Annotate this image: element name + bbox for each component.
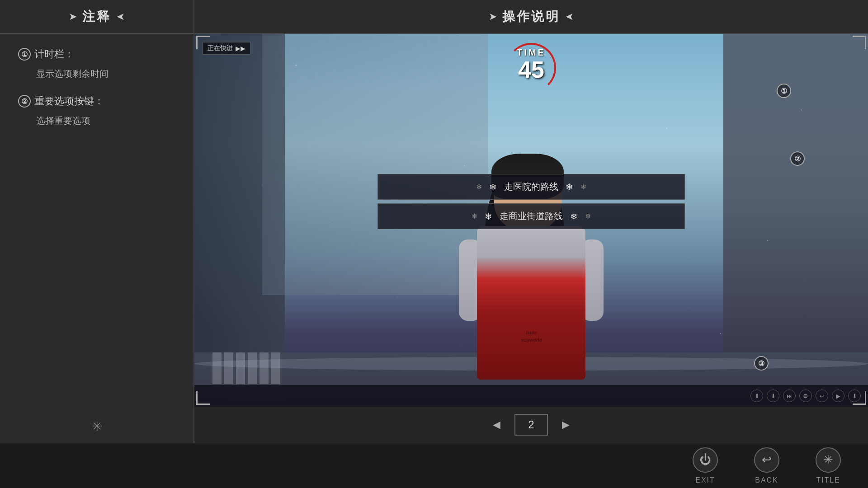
right-panel-title: 操作说明 xyxy=(502,8,560,25)
snowflake-deco-left: ✳ xyxy=(0,410,193,443)
note-item-1: ① 计时栏： 显示选项剩余时间 xyxy=(18,47,175,81)
char-shirt-text: hallonewworld xyxy=(521,329,542,343)
left-panel-title: 注释 xyxy=(82,8,111,25)
corner-bracket-br xyxy=(853,391,866,405)
exit-label: EXIT xyxy=(695,476,715,484)
corner-bracket-bl xyxy=(196,391,210,405)
left-panel: ➤ 注释 ➤ ① 计时栏： 显示选项剩余时间 ② 重要选项按键： 选择重要选项 … xyxy=(0,0,194,443)
choice-deco-right-1: ❄ xyxy=(566,182,573,192)
fast-forward-text: 正在快进 xyxy=(208,44,233,52)
title-label: TITLE xyxy=(816,476,840,484)
left-panel-header: ➤ 注释 ➤ xyxy=(0,0,193,34)
fast-forward-icon: ▶▶ xyxy=(236,45,245,52)
toolbar-icon-undo[interactable]: ↩ xyxy=(816,389,828,402)
building-right xyxy=(723,34,868,370)
toolbar-icon-settings[interactable]: ⚙ xyxy=(799,389,812,402)
game-viewport: hallonewworld 正在快进 ▶▶ TIME 45 xyxy=(194,34,868,407)
annotation-1: ① xyxy=(777,84,791,98)
note-title-text-2: 重要选项按键： xyxy=(34,94,104,108)
choice-deco-left-2: ❄ xyxy=(485,211,492,222)
back-button[interactable]: ↩ BACK xyxy=(754,447,779,484)
choices-container[interactable]: ❄ 走医院的路线 ❄ ❄ 走商业街道路线 ❄ xyxy=(377,174,685,229)
next-page-arrow[interactable]: ▶ xyxy=(557,416,575,434)
toolbar-icon-save[interactable]: ⬇ xyxy=(750,389,763,402)
game-toolbar: ⬇ ⬇ ⏭ ⚙ ↩ ▶ ⬇ xyxy=(194,385,868,407)
note-title-1: ① 计时栏： xyxy=(18,47,175,61)
corner-bracket-tl xyxy=(196,36,210,49)
prev-page-arrow[interactable]: ◀ xyxy=(487,416,505,434)
title-icon: ✳ xyxy=(816,447,841,473)
crosswalk xyxy=(212,352,280,384)
annotation-2: ② xyxy=(790,151,805,166)
corner-bracket-tr xyxy=(853,36,866,49)
note-title-2: ② 重要选项按键： xyxy=(18,94,175,108)
choice-text-2: 走商业街道路线 xyxy=(500,210,563,222)
title-button[interactable]: ✳ TITLE xyxy=(816,447,841,484)
choice-text-1: 走医院的路线 xyxy=(504,181,558,193)
annotation-3: ③ xyxy=(754,356,769,371)
exit-icon: ⏻ xyxy=(693,447,718,473)
ann-circle-3: ③ xyxy=(754,356,769,371)
choice-btn-1[interactable]: ❄ 走医院的路线 ❄ xyxy=(377,174,685,200)
bottom-bar: ⏻ EXIT ↩ BACK ✳ TITLE xyxy=(0,443,868,488)
page-number: 2 xyxy=(528,418,534,431)
toolbar-icon-load[interactable]: ⬇ xyxy=(767,389,779,402)
page-nav: ◀ 2 ▶ xyxy=(194,407,868,443)
toolbar-icon-play[interactable]: ▶ xyxy=(832,389,844,402)
ann-circle-1: ① xyxy=(777,84,791,98)
page-number-box: 2 xyxy=(514,414,547,436)
char-hoodie: hallonewworld xyxy=(477,226,585,380)
toolbar-icon-skip[interactable]: ⏭ xyxy=(783,389,796,402)
time-display: TIME 45 xyxy=(517,47,546,81)
choice-deco-left-1: ❄ xyxy=(489,182,497,192)
left-content: ① 计时栏： 显示选项剩余时间 ② 重要选项按键： 选择重要选项 xyxy=(0,34,193,410)
back-icon: ↩ xyxy=(754,447,779,473)
exit-button[interactable]: ⏻ EXIT xyxy=(693,447,718,484)
circle-num-2: ② xyxy=(18,95,31,108)
circle-num-1: ① xyxy=(18,48,31,61)
back-label: BACK xyxy=(755,476,778,484)
time-circle xyxy=(506,43,556,93)
choice-deco-right-2: ❄ xyxy=(570,211,578,222)
note-desc-2: 选择重要选项 xyxy=(36,113,175,128)
right-arrow-deco: ➤ xyxy=(117,11,125,23)
note-item-2: ② 重要选项按键： 选择重要选项 xyxy=(18,94,175,128)
right-panel-arrow-right: ➤ xyxy=(566,11,574,23)
right-panel-header: ➤ 操作说明 ➤ xyxy=(194,0,868,34)
left-arrow-deco: ➤ xyxy=(69,11,77,23)
note-title-text-1: 计时栏： xyxy=(34,47,74,61)
right-panel-arrow-left: ➤ xyxy=(489,11,497,23)
right-panel: ➤ 操作说明 ➤ xyxy=(194,0,868,443)
note-desc-1: 显示选项剩余时间 xyxy=(36,66,175,81)
choice-btn-2[interactable]: ❄ 走商业街道路线 ❄ xyxy=(377,203,685,229)
ann-circle-2: ② xyxy=(790,151,805,166)
